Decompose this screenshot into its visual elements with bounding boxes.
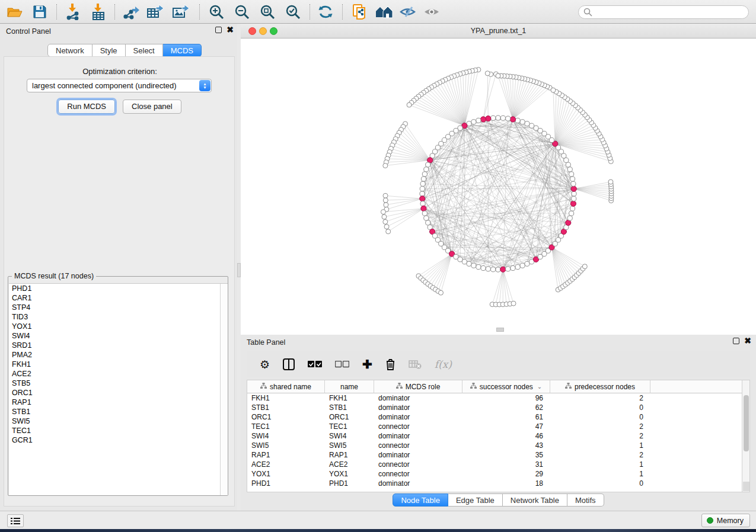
network-node[interactable] bbox=[511, 265, 515, 270]
table-row[interactable]: ORC1ORC1dominator610 bbox=[247, 412, 749, 422]
mcds-result-item[interactable]: YOX1 bbox=[9, 322, 228, 331]
mcds-result-item[interactable]: GCR1 bbox=[9, 435, 228, 445]
network-node[interactable] bbox=[569, 172, 574, 177]
network-node[interactable] bbox=[386, 229, 391, 234]
mcds-result-item[interactable]: SWI4 bbox=[9, 331, 228, 341]
network-node[interactable] bbox=[420, 181, 425, 186]
column-header-shared-name[interactable]: shared name bbox=[247, 380, 325, 393]
tab-mcds[interactable]: MCDS bbox=[163, 44, 202, 57]
table-row[interactable]: FKH1FKH1dominator962 bbox=[247, 393, 749, 403]
network-node[interactable] bbox=[481, 265, 486, 270]
show-panels-list-button[interactable] bbox=[7, 514, 24, 527]
tab-network[interactable]: Network bbox=[47, 44, 92, 57]
show-columns-icon[interactable] bbox=[283, 358, 295, 370]
table-scrollbar[interactable] bbox=[742, 380, 749, 492]
first-neighbors-button[interactable] bbox=[373, 2, 395, 22]
mcds-result-item[interactable]: SWI5 bbox=[9, 416, 228, 426]
refresh-view-button[interactable] bbox=[314, 2, 337, 22]
network-node[interactable] bbox=[462, 259, 467, 264]
column-header-MCDS-role[interactable]: MCDS role bbox=[374, 380, 462, 393]
tab-motifs[interactable]: Motifs bbox=[567, 493, 604, 507]
table-row[interactable]: RAP1RAP1dominator352 bbox=[247, 450, 749, 460]
mcds-result-item[interactable]: FKH1 bbox=[9, 360, 228, 369]
network-node[interactable] bbox=[506, 116, 511, 121]
tab-select[interactable]: Select bbox=[126, 44, 163, 57]
delete-column-icon[interactable] bbox=[385, 358, 395, 370]
table-row[interactable]: SWI5SWI5connector431 bbox=[247, 441, 749, 450]
import-network-button[interactable] bbox=[62, 2, 84, 22]
select-all-columns-icon[interactable] bbox=[308, 361, 322, 368]
show-all-button[interactable] bbox=[420, 2, 443, 22]
canvas-splitter-grip[interactable] bbox=[496, 328, 504, 332]
network-node[interactable] bbox=[381, 210, 385, 214]
network-node[interactable] bbox=[426, 162, 430, 167]
network-node[interactable] bbox=[582, 264, 587, 269]
export-network-button[interactable] bbox=[120, 2, 142, 22]
network-node[interactable] bbox=[420, 191, 425, 196]
duplicate-network-button[interactable] bbox=[349, 2, 371, 22]
table-row[interactable]: TEC1TEC1connector472 bbox=[247, 422, 749, 431]
memory-button[interactable]: Memory bbox=[701, 514, 750, 527]
network-node[interactable] bbox=[426, 220, 430, 225]
mcds-list-scrollbar[interactable] bbox=[220, 284, 228, 495]
network-node[interactable] bbox=[500, 116, 505, 120]
mcds-result-item[interactable]: STP4 bbox=[9, 303, 228, 312]
network-node[interactable] bbox=[491, 267, 496, 272]
mcds-result-item[interactable]: STB5 bbox=[9, 379, 228, 388]
dominator-node[interactable] bbox=[486, 116, 491, 121]
dominator-node[interactable] bbox=[500, 267, 506, 272]
table-settings-icon[interactable]: ⚙ bbox=[260, 358, 270, 371]
mcds-result-item[interactable]: ORC1 bbox=[9, 388, 228, 398]
network-node[interactable] bbox=[534, 126, 538, 130]
network-node[interactable] bbox=[570, 206, 575, 211]
network-node[interactable] bbox=[567, 216, 572, 220]
network-node[interactable] bbox=[383, 198, 388, 203]
mcds-result-item[interactable]: STB1 bbox=[9, 407, 228, 416]
mcds-result-item[interactable]: RAP1 bbox=[9, 398, 228, 407]
close-panel-button[interactable]: Close panel bbox=[123, 100, 181, 114]
save-session-button[interactable] bbox=[28, 2, 51, 22]
network-node[interactable] bbox=[566, 162, 570, 167]
network-node[interactable] bbox=[525, 121, 529, 126]
network-node[interactable] bbox=[471, 120, 476, 124]
column-header-name[interactable]: name bbox=[325, 380, 374, 393]
network-node[interactable] bbox=[383, 164, 388, 168]
network-node[interactable] bbox=[476, 265, 481, 270]
table-scrollbar-thumb[interactable] bbox=[744, 395, 749, 451]
network-node[interactable] bbox=[421, 177, 426, 181]
network-node[interactable] bbox=[424, 167, 429, 172]
network-node[interactable] bbox=[496, 267, 500, 272]
unselect-all-columns-icon[interactable] bbox=[335, 361, 349, 368]
network-node[interactable] bbox=[496, 116, 500, 120]
float-panel-icon[interactable] bbox=[215, 27, 222, 33]
network-node[interactable] bbox=[608, 180, 613, 184]
mcds-result-item[interactable]: SRD1 bbox=[9, 341, 228, 350]
network-node[interactable] bbox=[515, 265, 520, 270]
network-node[interactable] bbox=[420, 187, 425, 191]
table-row[interactable]: STB1STB1dominator620 bbox=[247, 403, 749, 412]
network-node[interactable] bbox=[439, 290, 444, 295]
network-node[interactable] bbox=[491, 116, 496, 120]
table-row[interactable]: YOX1YOX1connector291 bbox=[247, 469, 749, 479]
network-node[interactable] bbox=[467, 261, 471, 266]
network-node[interactable] bbox=[407, 102, 412, 107]
network-node[interactable] bbox=[572, 191, 576, 196]
network-node[interactable] bbox=[515, 118, 520, 123]
network-node[interactable] bbox=[525, 261, 529, 266]
mcds-result-item[interactable]: CAR1 bbox=[9, 293, 228, 303]
network-node[interactable] bbox=[567, 167, 572, 172]
create-column-icon[interactable]: ✚ bbox=[362, 357, 372, 371]
network-node[interactable] bbox=[422, 211, 427, 216]
tab-edge-table[interactable]: Edge Table bbox=[448, 493, 503, 507]
network-node[interactable] bbox=[384, 225, 389, 229]
network-node[interactable] bbox=[422, 172, 427, 177]
column-header-successor-nodes[interactable]: successor nodes⌄ bbox=[462, 380, 550, 393]
dominator-node[interactable] bbox=[570, 201, 576, 206]
table-row[interactable]: SWI4SWI4dominator462 bbox=[247, 431, 749, 441]
network-node[interactable] bbox=[476, 118, 481, 123]
network-node[interactable] bbox=[471, 263, 476, 268]
network-node[interactable] bbox=[506, 267, 511, 271]
import-table-button[interactable] bbox=[87, 2, 110, 22]
network-node[interactable] bbox=[570, 177, 575, 181]
zoom-selected-button[interactable] bbox=[282, 2, 304, 22]
